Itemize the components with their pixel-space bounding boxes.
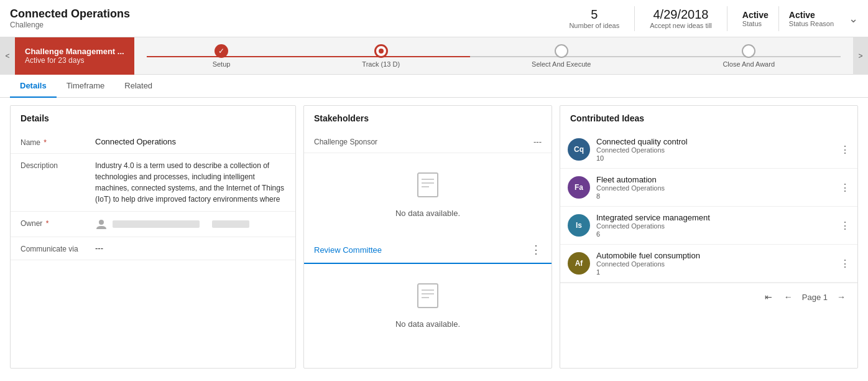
idea-title-fa: Fleet automation (596, 175, 834, 184)
person-icon (95, 218, 108, 230)
svg-rect-5 (418, 284, 438, 308)
review-committee-row: Review Committee ⋮ (304, 237, 552, 264)
steps-line-done (147, 56, 470, 57)
page-first-button[interactable]: ⇤ (760, 288, 777, 306)
status-label: Status (742, 20, 769, 27)
owner-name-blur-2 (212, 220, 249, 228)
idea-menu-fa[interactable]: ⋮ (840, 182, 850, 194)
detail-value-name: Connected Operations (95, 137, 285, 146)
steps-container: ✓ Setup Track (13 D) Select And Execute … (134, 44, 853, 68)
app-subtitle: Challenge (10, 21, 569, 29)
idea-menu-cq[interactable]: ⋮ (840, 144, 850, 156)
idea-sub-fa: Connected Operations (596, 184, 834, 192)
idea-title-is: Integrated service management (596, 213, 834, 222)
idea-menu-is[interactable]: ⋮ (840, 220, 850, 232)
no-data-text-review: No data available. (395, 319, 460, 329)
tab-timeframe[interactable]: Timeframe (57, 75, 115, 98)
review-committee-label: Review Committee (314, 245, 382, 255)
step-select-circle (555, 44, 568, 58)
pagination: ⇤ ← Page 1 → (560, 283, 857, 311)
app-title: Connected Operations (10, 7, 569, 21)
detail-row-desc: Description Industry 4.0 is a term used … (11, 154, 295, 212)
idea-title-af: Automobile fuel consumption (596, 251, 834, 260)
idea-sub-cq: Connected Operations (596, 146, 834, 154)
divider-2 (727, 6, 727, 31)
step-setup-label: Setup (213, 60, 231, 68)
idea-count-is: 6 (596, 230, 834, 238)
idea-item-cq: Cq Connected quality control Connected O… (560, 131, 857, 169)
app-header: Connected Operations Challenge 5 Number … (0, 0, 868, 37)
svg-point-0 (99, 220, 104, 225)
detail-row-name: Name * Connected Operations (11, 131, 295, 154)
idea-info-cq: Connected quality control Connected Oper… (596, 137, 834, 162)
name-required-star: * (42, 138, 47, 147)
sponsor-label: Challenge Sponsor (314, 138, 377, 146)
sponsor-row: Challenge Sponsor --- (304, 131, 552, 153)
detail-label-communicate: Communicate via (21, 243, 95, 253)
idea-item-af: Af Automobile fuel consumption Connected… (560, 245, 857, 283)
challenge-pill-sub: Active for 23 days (25, 56, 124, 65)
tab-related[interactable]: Related (114, 75, 162, 98)
ideas-list: Cq Connected quality control Connected O… (560, 131, 857, 283)
detail-value-desc: Industry 4.0 is a term used to describe … (95, 160, 285, 205)
step-select[interactable]: Select And Execute (532, 44, 591, 68)
challenge-pill-title: Challenge Management ... (25, 47, 124, 56)
accept-date-label: Accept new ideas till (650, 22, 712, 29)
step-track-circle (374, 44, 388, 58)
header-title-section: Connected Operations Challenge (10, 7, 569, 29)
review-no-data: No data available. (304, 264, 552, 347)
tab-details[interactable]: Details (10, 75, 57, 98)
ideas-count-block: 5 Number of ideas (569, 7, 619, 29)
svg-rect-1 (418, 173, 438, 197)
status-reason-block: Active Status Reason (789, 10, 834, 27)
challenge-pill: Challenge Management ... Active for 23 d… (15, 37, 134, 75)
status-chevron-icon[interactable]: ⌄ (849, 12, 858, 26)
owner-name-blur (113, 220, 200, 228)
ideas-count-label: Number of ideas (569, 22, 619, 29)
ideas-panel: Contributed Ideas Cq Connected quality c… (560, 105, 858, 369)
page-next-button[interactable]: → (833, 288, 850, 306)
detail-label-name: Name * (21, 137, 95, 147)
step-select-label: Select And Execute (532, 60, 591, 68)
step-close-label: Close And Award (723, 60, 775, 68)
idea-item-is: Is Integrated service management Connect… (560, 207, 857, 245)
step-close-circle (742, 44, 755, 58)
idea-avatar-af: Af (568, 252, 590, 275)
divider-1 (634, 6, 635, 31)
detail-row-communicate: Communicate via --- (11, 237, 295, 260)
stakeholders-panel-header: Stakeholders (304, 106, 552, 131)
accept-date-value: 4/29/2018 (650, 7, 712, 22)
idea-item-fa: Fa Fleet automation Connected Operations… (560, 169, 857, 207)
accept-date-block: 4/29/2018 Accept new ideas till (650, 7, 712, 29)
status-reason-value: Active (789, 10, 834, 20)
sponsor-value: --- (533, 137, 542, 146)
detail-label-desc: Description (21, 160, 95, 170)
idea-title-cq: Connected quality control (596, 137, 834, 146)
divider-3 (778, 6, 779, 31)
idea-avatar-fa: Fa (568, 176, 590, 199)
review-committee-menu[interactable]: ⋮ (530, 243, 542, 256)
step-close[interactable]: Close And Award (723, 44, 775, 68)
idea-menu-af[interactable]: ⋮ (840, 258, 850, 270)
detail-label-owner: Owner * (21, 218, 95, 228)
idea-avatar-cq: Cq (568, 138, 590, 161)
step-track[interactable]: Track (13 D) (362, 44, 400, 68)
step-setup[interactable]: ✓ Setup (213, 44, 231, 68)
status-group: Active Status Active Status Reason ⌄ (742, 6, 858, 31)
no-data-icon-sponsor (415, 172, 440, 204)
sponsor-no-data: No data available. (304, 153, 552, 237)
page-info: Page 1 (800, 293, 830, 302)
page-prev-button[interactable]: ← (780, 288, 797, 306)
process-nav-next[interactable]: > (853, 37, 868, 75)
process-bar: < Challenge Management ... Active for 23… (0, 37, 868, 75)
process-nav-prev[interactable]: < (0, 37, 15, 75)
main-content: Details Name * Connected Operations Desc… (0, 98, 868, 376)
idea-sub-af: Connected Operations (596, 260, 834, 268)
idea-avatar-is: Is (568, 214, 590, 237)
status-value: Active (742, 10, 769, 20)
details-panel-header: Details (11, 106, 295, 131)
detail-value-communicate: --- (95, 243, 285, 253)
idea-count-fa: 8 (596, 192, 834, 200)
details-panel: Details Name * Connected Operations Desc… (10, 105, 296, 369)
step-setup-circle: ✓ (215, 44, 228, 58)
